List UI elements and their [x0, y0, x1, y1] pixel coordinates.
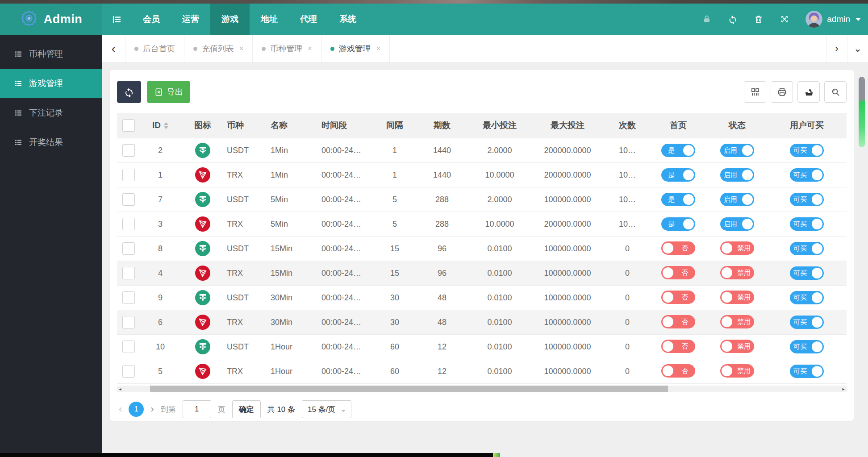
tab-close-icon[interactable]: × [376, 45, 380, 53]
brand[interactable]: Admin [0, 4, 102, 35]
buyable-toggle[interactable]: 可买 [790, 242, 824, 255]
status-toggle[interactable]: 启用 [720, 217, 754, 231]
status-toggle[interactable]: 启用 [720, 144, 754, 157]
tab-2[interactable]: 充值列表× [184, 35, 253, 62]
home-toggle[interactable]: 否 [661, 241, 695, 255]
toggle-label: 否 [675, 318, 695, 326]
tabs-menu-chevron-down-icon[interactable]: ⌄ [847, 35, 868, 62]
tabs-scroll-right-icon[interactable]: › [826, 35, 847, 62]
hscroll-right-arrow-icon[interactable]: ▸ [840, 386, 847, 392]
sidebar-collapse-icon[interactable] [102, 4, 132, 35]
buyable-toggle[interactable]: 可买 [790, 266, 824, 280]
tabs-scroll-left-icon[interactable]: ‹ [102, 35, 125, 62]
row-checkbox[interactable] [122, 242, 135, 255]
status-toggle[interactable]: 禁用 [720, 340, 754, 353]
row-checkbox[interactable] [122, 193, 135, 206]
tab-1[interactable]: 后台首页 [125, 35, 184, 62]
nav-item-6[interactable]: 系统 [328, 4, 367, 35]
row-checkbox[interactable] [122, 341, 135, 353]
cell-max: 200000.0000 [530, 163, 605, 187]
page-next-icon[interactable]: › [150, 404, 154, 414]
status-toggle[interactable]: 启用 [720, 193, 754, 206]
page-prev-icon[interactable]: ‹ [119, 404, 122, 414]
fullscreen-icon[interactable] [780, 14, 789, 24]
buyable-toggle[interactable]: 可买 [790, 193, 824, 206]
buyable-toggle[interactable]: 可买 [790, 340, 824, 353]
home-toggle[interactable]: 否 [661, 340, 695, 353]
status-toggle[interactable]: 禁用 [720, 291, 754, 304]
home-toggle[interactable]: 是 [661, 144, 695, 157]
home-toggle[interactable]: 否 [661, 364, 695, 378]
search-button[interactable] [824, 81, 847, 103]
select-all-checkbox[interactable] [122, 119, 135, 132]
tab-close-icon[interactable]: × [308, 45, 312, 53]
print-button[interactable] [771, 81, 793, 103]
page-size-select[interactable]: 15 条/页 ⌄ [302, 400, 351, 418]
row-checkbox[interactable] [122, 291, 135, 304]
buyable-toggle[interactable]: 可买 [790, 291, 824, 304]
sidebar-item-4[interactable]: 开奖结果 [0, 128, 102, 157]
table-row: 3TRX5Min00:00-24…528810.0000200000.00001… [117, 212, 847, 237]
refresh-button[interactable] [117, 81, 141, 103]
confirm-page-button[interactable]: 确定 [232, 400, 261, 418]
hscroll-thumb[interactable] [150, 386, 668, 392]
status-toggle[interactable]: 禁用 [720, 364, 754, 378]
trash-icon[interactable] [754, 14, 764, 24]
buyable-toggle[interactable]: 可买 [790, 168, 824, 182]
vertical-scrollbar-thumb[interactable] [859, 77, 865, 147]
row-checkbox[interactable] [122, 316, 135, 328]
nav-item-1[interactable]: 会员 [132, 4, 171, 35]
cell-buy: 可买 [767, 335, 847, 359]
cell-times: 10… [605, 187, 649, 212]
home-toggle[interactable]: 是 [661, 217, 695, 231]
hscroll-left-arrow-icon[interactable]: ◂ [117, 386, 123, 392]
buyable-toggle[interactable]: 可买 [790, 316, 824, 329]
sidebar-item-3[interactable]: 下注记录 [0, 98, 102, 128]
nav-item-2[interactable]: 运营 [171, 4, 210, 35]
buyable-toggle[interactable]: 可买 [790, 217, 824, 231]
status-toggle[interactable]: 禁用 [720, 315, 754, 328]
status-toggle[interactable]: 禁用 [720, 266, 754, 279]
cell-buy: 可买 [767, 212, 847, 237]
horizontal-scrollbar[interactable]: ◂ ▸ [117, 386, 847, 392]
export-button[interactable]: 导出 [147, 81, 190, 103]
brand-title: Admin [44, 12, 83, 26]
page-current[interactable]: 1 [129, 402, 144, 417]
export-button[interactable] [797, 81, 820, 103]
nav-item-5[interactable]: 代理 [289, 4, 328, 35]
cell-checkbox [117, 335, 140, 359]
home-toggle[interactable]: 是 [661, 193, 695, 206]
lock-icon[interactable] [702, 14, 712, 24]
nav-item-4[interactable]: 地址 [250, 4, 289, 35]
buyable-toggle[interactable]: 可买 [790, 365, 824, 378]
list-icon [13, 138, 23, 147]
row-checkbox[interactable] [122, 144, 135, 157]
buyable-toggle[interactable]: 可买 [790, 144, 824, 157]
status-toggle[interactable]: 禁用 [720, 241, 754, 255]
tab-3[interactable]: 币种管理× [253, 35, 321, 62]
home-toggle[interactable]: 是 [661, 168, 695, 182]
row-checkbox[interactable] [122, 169, 135, 181]
row-checkbox[interactable] [122, 267, 135, 279]
cell-interval: 30 [375, 286, 414, 310]
page-number-input[interactable] [183, 400, 211, 418]
columns-button[interactable] [744, 81, 766, 103]
col-header-id[interactable]: ID [140, 113, 180, 138]
home-toggle[interactable]: 否 [661, 266, 695, 279]
sidebar-item-2[interactable]: 游戏管理 [0, 69, 102, 98]
row-checkbox[interactable] [122, 365, 135, 378]
sort-icon[interactable] [164, 122, 168, 129]
user-menu[interactable]: admin [805, 11, 861, 28]
home-toggle[interactable]: 否 [661, 315, 695, 328]
home-toggle[interactable]: 否 [661, 291, 695, 304]
sidebar-item-1[interactable]: 币种管理 [0, 39, 102, 69]
status-toggle[interactable]: 启用 [720, 168, 754, 182]
tab-4[interactable]: 游戏管理× [321, 35, 390, 62]
row-checkbox[interactable] [122, 218, 135, 230]
tab-close-icon[interactable]: × [239, 45, 243, 53]
toggle-label: 启用 [720, 146, 741, 155]
nav-item-3[interactable]: 游戏 [210, 4, 250, 35]
cell-issues: 12 [414, 359, 470, 384]
refresh-icon[interactable] [728, 14, 738, 24]
table-header-row: ID图标币种名称时间段间隔期数最小投注最大投注次数首页状态用户可买 [117, 113, 847, 138]
